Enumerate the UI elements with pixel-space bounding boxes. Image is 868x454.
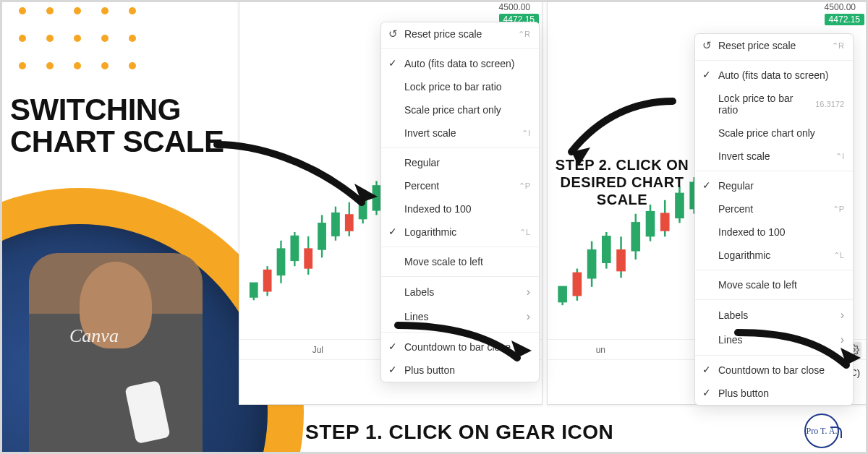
menu-label: Labels xyxy=(404,286,434,298)
menu-shortcut: ⌃L xyxy=(833,251,844,260)
menu-scale-log[interactable]: Logarithmic ⌃L xyxy=(381,220,539,244)
svg-rect-5 xyxy=(278,249,284,275)
svg-rect-1 xyxy=(250,283,257,297)
menu-move-scale-left[interactable]: Move scale to left xyxy=(381,250,539,273)
menu-lines[interactable]: Lines xyxy=(695,327,853,352)
menu-scale-regular[interactable]: Regular xyxy=(381,151,539,174)
menu-label: Auto (fits data to screen) xyxy=(718,69,829,81)
svg-rect-17 xyxy=(359,197,366,219)
menu-scale-percent[interactable]: Percent ⌃P xyxy=(695,197,853,220)
step-1-label: STEP 1. CLICK ON GEAR ICON xyxy=(305,421,613,444)
scale-menu-right: Reset price scale ⌃R Auto (fits data to … xyxy=(694,33,854,406)
menu-label: Move scale to left xyxy=(404,256,483,267)
menu-label: Lock price to bar ratio xyxy=(718,93,815,116)
menu-reset-scale[interactable]: Reset price scale ⌃R xyxy=(695,34,853,57)
menu-shortcut: ⌃R xyxy=(832,41,844,51)
brand-logo-text: Pro T. A. xyxy=(807,426,838,437)
menu-shortcut: ⌃I xyxy=(522,129,530,138)
menu-label: Lock price to bar ratio xyxy=(404,81,502,93)
menu-countdown[interactable]: Countdown to bar close xyxy=(695,359,853,382)
menu-scale-indexed[interactable]: Indexed to 100 xyxy=(381,197,539,220)
menu-scale-chart-only[interactable]: Scale price chart only xyxy=(695,121,853,145)
svg-rect-9 xyxy=(305,249,312,268)
menu-label: Invert scale xyxy=(404,127,456,139)
svg-rect-28 xyxy=(588,250,595,278)
svg-rect-32 xyxy=(618,250,625,270)
main-headline: SWITCHING CHART SCALE xyxy=(10,94,224,158)
headline-line2: CHART SCALE xyxy=(10,126,224,158)
menu-label: Auto (fits data to screen) xyxy=(404,58,515,69)
menu-labels[interactable]: Labels xyxy=(695,303,853,327)
menu-scale-chart-only[interactable]: Scale price chart only xyxy=(381,98,539,121)
menu-shortcut: ⌃P xyxy=(833,205,844,214)
menu-label: Regular xyxy=(404,157,440,168)
price-tick: 4500.00 xyxy=(825,2,864,12)
svg-rect-36 xyxy=(647,212,654,236)
menu-scale-percent[interactable]: Percent ⌃P xyxy=(381,174,539,197)
menu-label: Scale price chart only xyxy=(718,127,815,139)
menu-auto-fit[interactable]: Auto (fits data to screen) xyxy=(695,64,853,87)
menu-label: Lines xyxy=(404,311,428,322)
svg-rect-38 xyxy=(661,214,668,231)
svg-rect-11 xyxy=(318,223,325,249)
svg-rect-24 xyxy=(559,287,566,301)
menu-shortcut: ⌃P xyxy=(519,181,530,191)
menu-label: Indexed to 100 xyxy=(404,203,472,215)
menu-label: Percent xyxy=(404,180,439,192)
menu-label: Plus button xyxy=(718,387,769,399)
menu-label: Countdown to bar close xyxy=(718,364,825,376)
menu-scale-indexed[interactable]: Indexed to 100 xyxy=(695,220,853,244)
menu-label: Regular xyxy=(718,180,754,192)
menu-plus-button[interactable]: Plus button xyxy=(695,382,853,405)
menu-label: Indexed to 100 xyxy=(718,226,786,238)
menu-shortcut: ⌃L xyxy=(519,228,530,237)
menu-plus-button[interactable]: Plus button xyxy=(381,359,539,382)
menu-label: Countdown to bar close xyxy=(404,341,511,353)
price-tick: 4500.00 xyxy=(499,2,539,12)
menu-label: Reset price scale xyxy=(718,40,796,51)
svg-rect-34 xyxy=(632,223,639,250)
decorative-dots xyxy=(19,7,139,72)
menu-lock-ratio[interactable]: Lock price to bar ratio xyxy=(381,75,539,98)
menu-label: Percent xyxy=(718,203,753,215)
menu-scale-regular[interactable]: Regular xyxy=(695,174,853,197)
menu-reset-scale[interactable]: Reset price scale ⌃R xyxy=(381,22,539,46)
menu-move-scale-left[interactable]: Move scale to left xyxy=(695,273,853,296)
last-price-badge: 4472.15 xyxy=(825,14,864,25)
axis-top-right: 4500.00 4472.15 xyxy=(825,2,864,25)
svg-rect-13 xyxy=(332,213,339,236)
timeline-label: un xyxy=(596,345,605,355)
canva-watermark: Canva xyxy=(69,325,119,347)
menu-scale-log[interactable]: Logarithmic ⌃L xyxy=(695,244,853,267)
timeline-label: Jul xyxy=(312,345,323,355)
svg-rect-15 xyxy=(346,215,352,230)
brand-logo: Pro T. A. xyxy=(804,414,839,448)
menu-lines[interactable]: Lines xyxy=(381,304,539,329)
menu-labels[interactable]: Labels xyxy=(381,280,539,304)
menu-auto-fit[interactable]: Auto (fits data to screen) xyxy=(381,52,539,75)
menu-label: Lines xyxy=(718,334,742,346)
menu-invert-scale[interactable]: Invert scale ⌃I xyxy=(695,145,853,168)
step-2-label: STEP 2. CLICK ON DESIRED CHART SCALE xyxy=(550,156,694,208)
menu-label: Logarithmic xyxy=(718,249,770,261)
scale-menu-left: Reset price scale ⌃R Auto (fits data to … xyxy=(380,22,540,382)
svg-rect-30 xyxy=(603,236,610,262)
svg-rect-3 xyxy=(264,270,271,291)
menu-label: Labels xyxy=(718,309,748,321)
svg-rect-7 xyxy=(292,236,298,260)
menu-countdown[interactable]: Countdown to bar close xyxy=(381,335,539,359)
menu-label: Scale price chart only xyxy=(404,104,501,116)
menu-label: Move scale to left xyxy=(718,279,797,291)
menu-value: 16.3172 xyxy=(815,100,844,108)
headline-line1: SWITCHING xyxy=(10,94,224,126)
menu-label: Plus button xyxy=(404,364,455,376)
person-illustration xyxy=(29,253,203,454)
svg-rect-19 xyxy=(373,186,380,210)
menu-lock-ratio[interactable]: Lock price to bar ratio 16.3172 xyxy=(695,87,853,121)
menu-shortcut: ⌃I xyxy=(835,152,844,161)
svg-rect-26 xyxy=(574,273,581,295)
menu-invert-scale[interactable]: Invert scale ⌃I xyxy=(381,121,539,145)
menu-label: Reset price scale xyxy=(404,28,482,40)
menu-shortcut: ⌃R xyxy=(518,30,530,39)
menu-label: Logarithmic xyxy=(404,226,456,238)
